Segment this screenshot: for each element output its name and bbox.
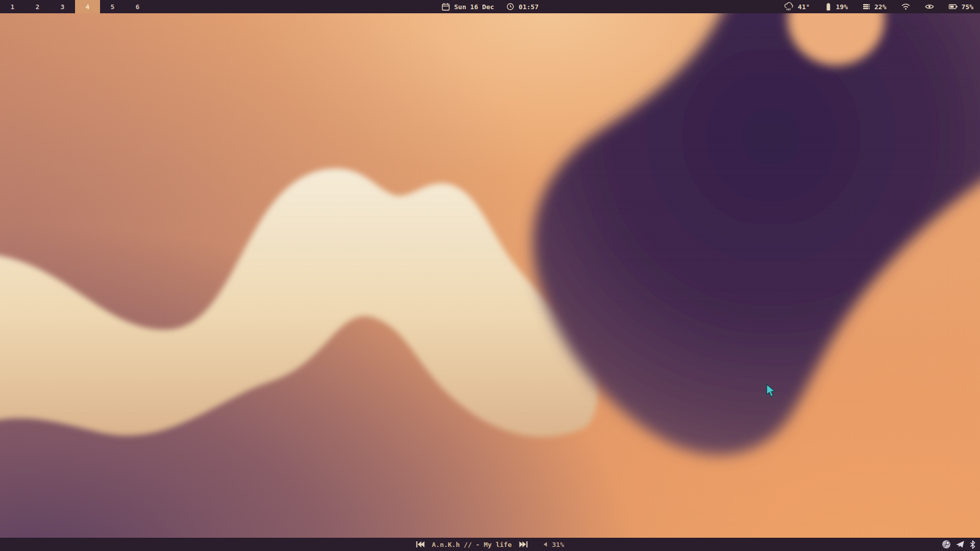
next-track-icon[interactable] (519, 541, 528, 548)
system-tray (942, 538, 980, 551)
memory-module: 22% (862, 3, 886, 11)
workspace-button-4[interactable]: 4 (75, 0, 100, 13)
battery-vertical-icon (824, 3, 832, 11)
clock-icon (506, 3, 514, 11)
volume-icon (542, 541, 548, 547)
date-label: Sun 16 Dec (454, 3, 494, 11)
desktop-wallpaper (0, 0, 980, 551)
workspace-button-6[interactable]: 6 (125, 0, 150, 13)
memory-icon (862, 3, 871, 11)
datetime-module: Sun 16 Dec 01:57 (442, 0, 538, 13)
battery-secondary-module: 19% (824, 3, 848, 11)
workspace-button-5[interactable]: 5 (100, 0, 125, 13)
weather-module: 41° (784, 2, 810, 12)
workspace-switcher: 1 2 3 4 5 6 (0, 0, 150, 13)
battery-icon (948, 3, 958, 10)
desktop: 1 2 3 4 5 6 Sun 16 Dec (0, 0, 980, 551)
workspace-button-2[interactable]: 2 (25, 0, 50, 13)
steam-tray-icon[interactable] (942, 540, 951, 549)
battery-secondary-label: 19% (836, 3, 848, 11)
battery-module: 75% (948, 3, 973, 11)
bluetooth-tray-icon[interactable] (969, 540, 976, 549)
volume-label: 31% (552, 541, 564, 548)
mouse-cursor (766, 384, 777, 398)
battery-main-label: 75% (962, 3, 973, 11)
weather-temp-label: 41° (798, 3, 810, 11)
top-bar: 1 2 3 4 5 6 Sun 16 Dec (0, 0, 980, 13)
wifi-icon (901, 3, 911, 11)
weather-rain-icon (784, 2, 794, 12)
status-modules: 41° 19% (784, 0, 980, 13)
memory-usage-label: 22% (874, 3, 886, 11)
track-title: A.n.K.h // - My life (432, 541, 512, 548)
telegram-tray-icon[interactable] (955, 540, 965, 548)
calendar-icon (442, 3, 450, 11)
time-label: 01:57 (519, 3, 538, 11)
volume-module[interactable]: 31% (542, 541, 564, 548)
bottom-bar: A.n.K.h // - My life 31% (0, 538, 980, 551)
workspace-button-3[interactable]: 3 (50, 0, 75, 13)
music-player-module: A.n.K.h // - My life 31% (416, 538, 564, 551)
workspace-button-1[interactable]: 1 (0, 0, 25, 13)
previous-track-icon[interactable] (416, 541, 425, 548)
eye-icon (925, 3, 934, 10)
